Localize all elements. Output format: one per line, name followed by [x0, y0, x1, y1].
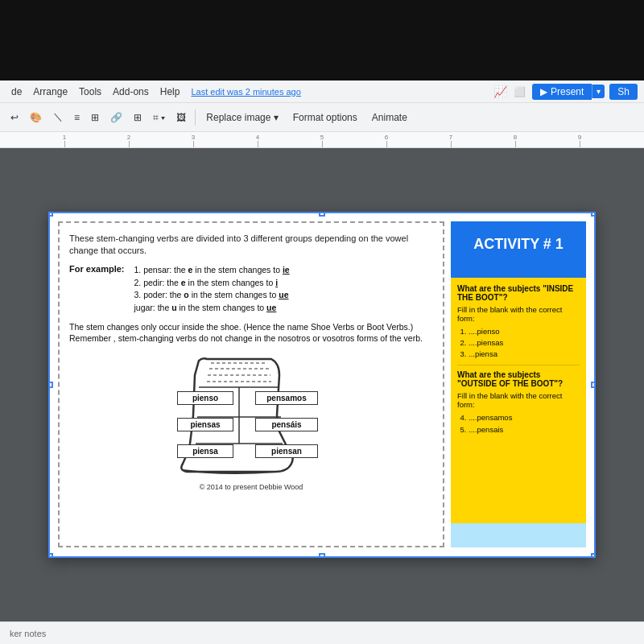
- ruler-tick-9: [580, 141, 580, 147]
- ruler: 1 2 3 4 5 6 7 8 9: [0, 132, 644, 148]
- inside-item-1: ....pienso: [469, 326, 580, 337]
- undo-button[interactable]: ↩: [6, 109, 23, 126]
- present-dropdown-button[interactable]: ▾: [592, 85, 605, 98]
- ruler-mark-6: 6: [385, 134, 388, 141]
- verb-piensas: piensas: [177, 418, 233, 431]
- example-2: 2. pedir: the e in the stem changes to i: [134, 277, 289, 290]
- replace-image-button[interactable]: Replace image ▾: [200, 109, 283, 126]
- menu-arrange[interactable]: Arrange: [28, 84, 72, 100]
- inside-title: What are the subjects "INSIDE THE BOOT"?: [457, 284, 580, 302]
- verb-piensan: piensan: [255, 444, 318, 458]
- format-options-button[interactable]: Format options: [287, 109, 363, 126]
- ruler-tick-8: [515, 141, 516, 147]
- ruler-marks: 1 2 3 4 5 6 7 8 9: [0, 132, 644, 147]
- ruler-mark-4: 4: [256, 134, 259, 141]
- example-4: jugar: the u in the stem changes to ue: [134, 302, 289, 315]
- boot-svg: pienso pensamos piensas pensáis piensa p…: [163, 351, 340, 480]
- ruler-mark-3: 3: [192, 134, 195, 141]
- intro-text: These stem-changing verbs are divided in…: [69, 233, 433, 258]
- example-3: 3. poder: the o in the stem changes to u…: [134, 289, 289, 302]
- example-1: 1. pensar: the e in the stem changes to …: [134, 264, 289, 277]
- outside-list: ....pensamos ....pensais: [457, 412, 580, 436]
- outside-item-2: ....pensais: [469, 424, 580, 436]
- animate-button[interactable]: Animate: [366, 109, 413, 126]
- inside-list: ....pienso ....piensas ...piensa: [457, 326, 580, 361]
- for-example-label: For example:: [69, 264, 124, 315]
- verb-piensa: piensa: [177, 444, 233, 458]
- menu-tools[interactable]: Tools: [74, 84, 106, 100]
- handle-bottom-left[interactable]: [48, 553, 53, 558]
- share-button[interactable]: Sh: [609, 84, 638, 100]
- paint-icon[interactable]: 🎨: [26, 109, 46, 126]
- menu-help[interactable]: Help: [155, 84, 185, 100]
- ruler-tick-5: [322, 141, 323, 147]
- handle-middle-right[interactable]: [591, 382, 596, 388]
- handle-bottom-right[interactable]: [591, 553, 596, 558]
- stem-text: The stem changes only occur inside the s…: [69, 321, 433, 345]
- last-edit-label: Last edit was 2 minutes ago: [191, 87, 300, 97]
- crop-icon[interactable]: ⌗ ▾: [149, 109, 169, 126]
- present-icon: ▶: [540, 86, 547, 97]
- ruler-mark-9: 9: [578, 134, 581, 141]
- verb-pensamos: pensamos: [255, 391, 318, 405]
- ruler-tick-7: [451, 141, 452, 147]
- handle-top-left[interactable]: [48, 212, 53, 217]
- example-list: 1. pensar: the e in the stem changes to …: [134, 264, 289, 315]
- trend-icon: 📈: [493, 85, 507, 98]
- ruler-mark-2: 2: [127, 134, 130, 141]
- ruler-mark-7: 7: [449, 134, 452, 141]
- present-button-group: 📈 ⬜ ▶ Present ▾ Sh: [493, 84, 638, 100]
- bottom-bar: ker notes: [0, 621, 644, 644]
- outside-instruction: Fill in the blank with the correct form:: [457, 391, 580, 409]
- image-button[interactable]: 🖼: [172, 109, 190, 126]
- blue-sticky: [451, 523, 586, 547]
- ruler-tick-1: [64, 141, 65, 147]
- text-format[interactable]: ≡: [70, 109, 84, 126]
- toolbar: ↩ 🎨 ＼ ≡ ⊞ 🔗 ⊞ ⌗ ▾ 🖼 Replace image ▾ Form…: [0, 103, 644, 132]
- line-tool[interactable]: ＼: [49, 108, 67, 126]
- verb-pensais: pensáis: [255, 418, 318, 431]
- toolbar-separator-1: [195, 109, 196, 126]
- example-section: For example: 1. pensar: the e in the ste…: [69, 264, 433, 315]
- link-icon[interactable]: 🔗: [106, 109, 126, 126]
- speaker-notes-label: ker notes: [10, 629, 46, 638]
- top-black-bar: [0, 0, 644, 80]
- ruler-mark-5: 5: [320, 134, 324, 141]
- activity-blue-spacer: [451, 268, 586, 278]
- window-icon: ⬜: [514, 86, 526, 97]
- canvas-area[interactable]: These stem-changing verbs are divided in…: [0, 148, 644, 621]
- ruler-tick-6: [386, 141, 387, 147]
- boot-diagram: pienso pensamos piensas pensáis piensa p…: [69, 351, 433, 480]
- embed-icon[interactable]: ⊞: [130, 109, 146, 126]
- outside-title: What are the subjects "OUTSIDE OF THE BO…: [457, 370, 580, 388]
- inside-item-2: ....piensas: [469, 337, 580, 349]
- handle-top-right[interactable]: [591, 212, 596, 217]
- inside-item-3: ...piensa: [469, 349, 580, 360]
- activity-yellow-box: What are the subjects "INSIDE THE BOOT"?…: [451, 278, 586, 523]
- ruler-mark-8: 8: [514, 134, 517, 141]
- menu-de[interactable]: de: [6, 84, 27, 100]
- handle-top-middle[interactable]: [319, 212, 325, 217]
- menu-bar: de Arrange Tools Add-ons Help Last edit …: [0, 80, 644, 103]
- verb-pienso: pienso: [177, 391, 233, 405]
- ruler-tick-4: [258, 141, 258, 147]
- activity-header: ACTIVITY # 1: [451, 221, 586, 268]
- section-divider: [457, 365, 580, 365]
- handle-middle-left[interactable]: [48, 382, 53, 388]
- menu-addons[interactable]: Add-ons: [108, 84, 154, 100]
- present-main-button[interactable]: ▶ Present: [532, 84, 592, 100]
- inside-instruction: Fill in the blank with the correct form:: [457, 305, 580, 323]
- ruler-tick-3: [193, 141, 194, 147]
- outside-item-1: ....pensamos: [469, 412, 580, 423]
- activity-panel: ACTIVITY # 1 What are the subjects "INSI…: [451, 221, 586, 547]
- table-icon[interactable]: ⊞: [87, 109, 103, 126]
- present-label: Present: [551, 86, 584, 97]
- ruler-tick-2: [129, 141, 130, 147]
- slide-main-content[interactable]: These stem-changing verbs are divided in…: [58, 221, 444, 547]
- copyright-text: © 2014 to present Debbie Wood: [69, 483, 433, 491]
- ruler-mark-1: 1: [63, 134, 66, 141]
- handle-bottom-middle[interactable]: [319, 553, 325, 558]
- slide[interactable]: These stem-changing verbs are divided in…: [48, 212, 596, 558]
